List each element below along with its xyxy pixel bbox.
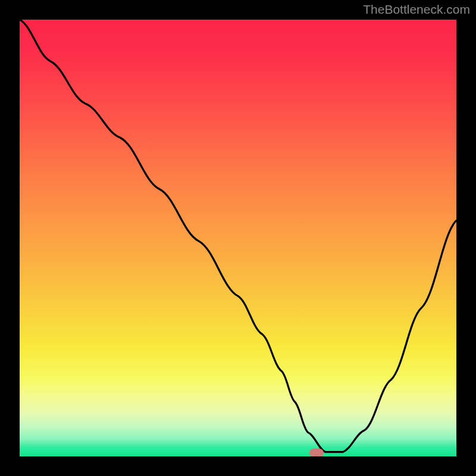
watermark-text: TheBottleneck.com xyxy=(363,2,470,17)
curve-path xyxy=(20,20,456,452)
figure-frame: TheBottleneck.com xyxy=(0,0,476,476)
bottleneck-curve xyxy=(20,20,456,456)
optimal-marker xyxy=(309,449,324,456)
plot-area xyxy=(20,20,456,456)
